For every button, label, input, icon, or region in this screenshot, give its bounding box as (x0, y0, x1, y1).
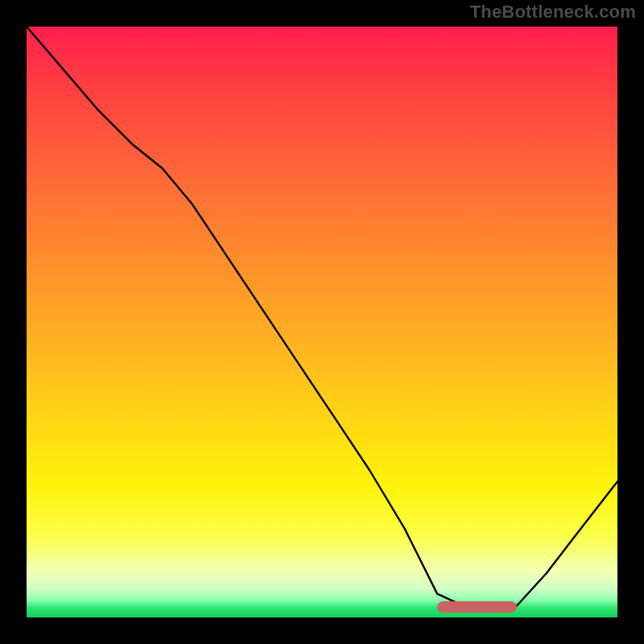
optimal-range-marker (437, 601, 517, 613)
chart-frame: TheBottleneck.com (0, 0, 644, 644)
curve-svg (27, 27, 617, 617)
bottleneck-curve (27, 27, 617, 612)
plot-area (27, 27, 617, 617)
watermark-text: TheBottleneck.com (470, 2, 636, 23)
